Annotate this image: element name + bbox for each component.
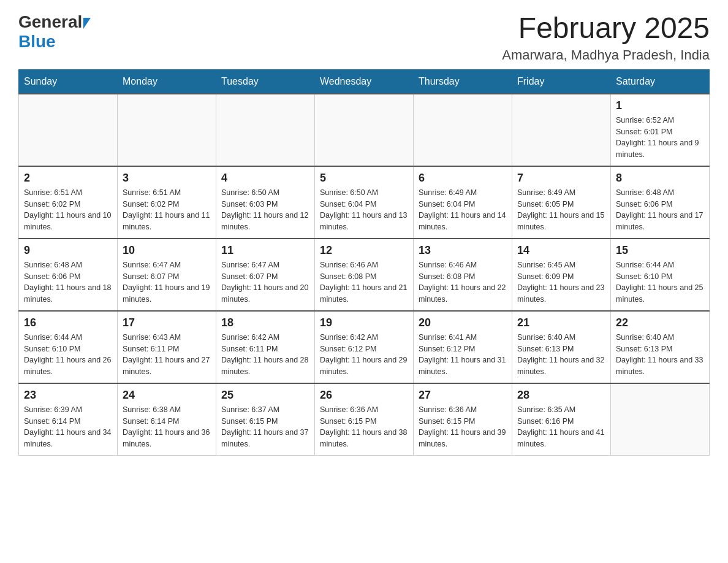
day-info: Sunrise: 6:40 AMSunset: 6:13 PMDaylight:…: [616, 332, 704, 378]
month-title: February 2025: [502, 12, 710, 45]
day-of-week-header: Wednesday: [315, 69, 414, 94]
calendar-cell: 13Sunrise: 6:46 AMSunset: 6:08 PMDayligh…: [414, 239, 512, 311]
day-info: Sunrise: 6:42 AMSunset: 6:11 PMDaylight:…: [221, 332, 309, 378]
calendar-cell: 3Sunrise: 6:51 AMSunset: 6:02 PMDaylight…: [118, 166, 216, 239]
calendar-week-row: 1Sunrise: 6:52 AMSunset: 6:01 PMDaylight…: [19, 94, 710, 166]
calendar-cell: 5Sunrise: 6:50 AMSunset: 6:04 PMDaylight…: [315, 166, 414, 239]
day-of-week-header: Sunday: [19, 69, 118, 94]
day-info: Sunrise: 6:47 AMSunset: 6:07 PMDaylight:…: [123, 259, 211, 305]
calendar-cell: 20Sunrise: 6:41 AMSunset: 6:12 PMDayligh…: [414, 311, 512, 383]
day-number: 28: [517, 389, 605, 402]
day-number: 14: [517, 244, 605, 257]
calendar-cell: 17Sunrise: 6:43 AMSunset: 6:11 PMDayligh…: [118, 311, 216, 383]
calendar-cell: [512, 94, 611, 166]
day-number: 8: [616, 172, 704, 185]
day-info: Sunrise: 6:44 AMSunset: 6:10 PMDaylight:…: [24, 332, 112, 378]
calendar-week-row: 2Sunrise: 6:51 AMSunset: 6:02 PMDaylight…: [19, 166, 710, 239]
calendar-cell: 18Sunrise: 6:42 AMSunset: 6:11 PMDayligh…: [216, 311, 315, 383]
calendar-cell: 27Sunrise: 6:36 AMSunset: 6:15 PMDayligh…: [414, 383, 512, 456]
calendar-cell: 26Sunrise: 6:36 AMSunset: 6:15 PMDayligh…: [315, 383, 414, 456]
calendar-cell: 16Sunrise: 6:44 AMSunset: 6:10 PMDayligh…: [19, 311, 118, 383]
calendar-cell: 25Sunrise: 6:37 AMSunset: 6:15 PMDayligh…: [216, 383, 315, 456]
day-info: Sunrise: 6:50 AMSunset: 6:04 PMDaylight:…: [320, 187, 408, 233]
calendar-cell: 23Sunrise: 6:39 AMSunset: 6:14 PMDayligh…: [19, 383, 118, 456]
day-number: 20: [419, 316, 507, 329]
day-info: Sunrise: 6:48 AMSunset: 6:06 PMDaylight:…: [24, 259, 112, 305]
day-number: 3: [123, 172, 211, 185]
day-info: Sunrise: 6:36 AMSunset: 6:15 PMDaylight:…: [419, 404, 507, 450]
calendar-cell: 22Sunrise: 6:40 AMSunset: 6:13 PMDayligh…: [611, 311, 710, 383]
day-number: 15: [616, 244, 704, 257]
calendar-cell: 11Sunrise: 6:47 AMSunset: 6:07 PMDayligh…: [216, 239, 315, 311]
day-info: Sunrise: 6:38 AMSunset: 6:14 PMDaylight:…: [123, 404, 211, 450]
day-of-week-header: Thursday: [414, 69, 512, 94]
day-number: 16: [24, 316, 112, 329]
calendar-cell: [19, 94, 118, 166]
day-number: 19: [320, 316, 408, 329]
calendar-cell: 28Sunrise: 6:35 AMSunset: 6:16 PMDayligh…: [512, 383, 611, 456]
calendar-cell: 8Sunrise: 6:48 AMSunset: 6:06 PMDaylight…: [611, 166, 710, 239]
logo-blue-text: Blue: [18, 32, 56, 52]
logo-arrow-icon: [83, 18, 91, 29]
calendar-cell: 15Sunrise: 6:44 AMSunset: 6:10 PMDayligh…: [611, 239, 710, 311]
page-header: General Blue February 2025 Amarwara, Mad…: [18, 12, 710, 63]
day-info: Sunrise: 6:48 AMSunset: 6:06 PMDaylight:…: [616, 187, 704, 233]
calendar-week-row: 9Sunrise: 6:48 AMSunset: 6:06 PMDaylight…: [19, 239, 710, 311]
day-info: Sunrise: 6:47 AMSunset: 6:07 PMDaylight:…: [221, 259, 309, 305]
day-number: 6: [419, 172, 507, 185]
calendar-cell: 2Sunrise: 6:51 AMSunset: 6:02 PMDaylight…: [19, 166, 118, 239]
day-info: Sunrise: 6:43 AMSunset: 6:11 PMDaylight:…: [123, 332, 211, 378]
logo: General Blue: [18, 12, 91, 52]
day-info: Sunrise: 6:51 AMSunset: 6:02 PMDaylight:…: [123, 187, 211, 233]
day-number: 27: [419, 389, 507, 402]
day-info: Sunrise: 6:50 AMSunset: 6:03 PMDaylight:…: [221, 187, 309, 233]
day-number: 25: [221, 389, 309, 402]
calendar-cell: 14Sunrise: 6:45 AMSunset: 6:09 PMDayligh…: [512, 239, 611, 311]
day-of-week-header: Friday: [512, 69, 611, 94]
calendar-cell: 1Sunrise: 6:52 AMSunset: 6:01 PMDaylight…: [611, 94, 710, 166]
calendar-table: SundayMondayTuesdayWednesdayThursdayFrid…: [18, 69, 710, 456]
calendar-cell: 4Sunrise: 6:50 AMSunset: 6:03 PMDaylight…: [216, 166, 315, 239]
day-number: 18: [221, 316, 309, 329]
calendar-cell: 6Sunrise: 6:49 AMSunset: 6:04 PMDaylight…: [414, 166, 512, 239]
day-number: 21: [517, 316, 605, 329]
logo-general-text: General: [18, 12, 82, 32]
day-info: Sunrise: 6:37 AMSunset: 6:15 PMDaylight:…: [221, 404, 309, 450]
calendar-week-row: 23Sunrise: 6:39 AMSunset: 6:14 PMDayligh…: [19, 383, 710, 456]
day-number: 5: [320, 172, 408, 185]
calendar-week-row: 16Sunrise: 6:44 AMSunset: 6:10 PMDayligh…: [19, 311, 710, 383]
calendar-cell: [611, 383, 710, 456]
day-info: Sunrise: 6:46 AMSunset: 6:08 PMDaylight:…: [419, 259, 507, 305]
day-number: 4: [221, 172, 309, 185]
calendar-cell: 19Sunrise: 6:42 AMSunset: 6:12 PMDayligh…: [315, 311, 414, 383]
day-number: 7: [517, 172, 605, 185]
day-number: 26: [320, 389, 408, 402]
day-info: Sunrise: 6:44 AMSunset: 6:10 PMDaylight:…: [616, 259, 704, 305]
calendar-cell: [118, 94, 216, 166]
day-info: Sunrise: 6:35 AMSunset: 6:16 PMDaylight:…: [517, 404, 605, 450]
day-info: Sunrise: 6:46 AMSunset: 6:08 PMDaylight:…: [320, 259, 408, 305]
day-of-week-header: Saturday: [611, 69, 710, 94]
calendar-cell: 21Sunrise: 6:40 AMSunset: 6:13 PMDayligh…: [512, 311, 611, 383]
day-of-week-header: Monday: [118, 69, 216, 94]
day-number: 23: [24, 389, 112, 402]
calendar-header-row: SundayMondayTuesdayWednesdayThursdayFrid…: [19, 69, 710, 94]
day-number: 24: [123, 389, 211, 402]
day-number: 2: [24, 172, 112, 185]
location-title: Amarwara, Madhya Pradesh, India: [502, 47, 710, 63]
day-info: Sunrise: 6:49 AMSunset: 6:05 PMDaylight:…: [517, 187, 605, 233]
day-info: Sunrise: 6:36 AMSunset: 6:15 PMDaylight:…: [320, 404, 408, 450]
day-info: Sunrise: 6:51 AMSunset: 6:02 PMDaylight:…: [24, 187, 112, 233]
day-info: Sunrise: 6:41 AMSunset: 6:12 PMDaylight:…: [419, 332, 507, 378]
calendar-cell: [315, 94, 414, 166]
day-info: Sunrise: 6:42 AMSunset: 6:12 PMDaylight:…: [320, 332, 408, 378]
day-number: 1: [616, 99, 704, 112]
calendar-cell: [414, 94, 512, 166]
day-info: Sunrise: 6:52 AMSunset: 6:01 PMDaylight:…: [616, 115, 704, 161]
day-info: Sunrise: 6:39 AMSunset: 6:14 PMDaylight:…: [24, 404, 112, 450]
day-info: Sunrise: 6:40 AMSunset: 6:13 PMDaylight:…: [517, 332, 605, 378]
calendar-cell: 12Sunrise: 6:46 AMSunset: 6:08 PMDayligh…: [315, 239, 414, 311]
day-number: 12: [320, 244, 408, 257]
calendar-cell: 9Sunrise: 6:48 AMSunset: 6:06 PMDaylight…: [19, 239, 118, 311]
day-info: Sunrise: 6:49 AMSunset: 6:04 PMDaylight:…: [419, 187, 507, 233]
